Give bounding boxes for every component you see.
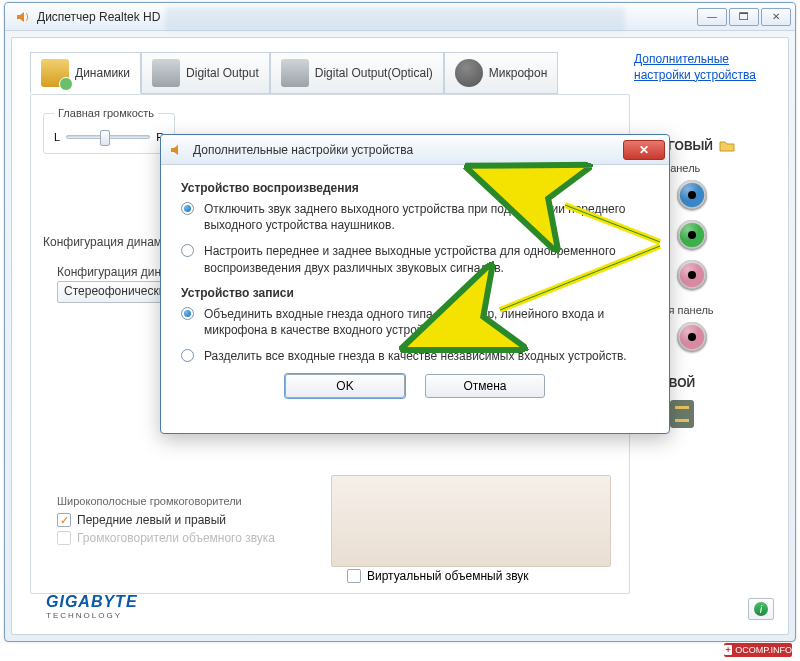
speakers-icon — [41, 59, 69, 87]
device-tabs: Динамики Digital Output Digital Output(O… — [30, 52, 558, 94]
main-volume-legend: Главная громкость — [54, 107, 158, 119]
blurred-overlay — [165, 7, 625, 31]
tab-label: Микрофон — [489, 66, 547, 80]
playback-option-1[interactable]: Отключить звук заднего выходного устройс… — [181, 201, 649, 233]
radio-label: Отключить звук заднего выходного устройс… — [204, 201, 649, 233]
dialog-buttons: OK Отмена — [181, 374, 649, 398]
dialog-body: Устройство воспроизведения Отключить зву… — [161, 165, 669, 412]
dialog-title: Дополнительные настройки устройства — [193, 143, 413, 157]
info-button[interactable]: i — [748, 598, 774, 620]
microphone-icon — [455, 59, 483, 87]
record-section-title: Устройство записи — [181, 286, 649, 300]
checkbox-virtual-surround[interactable] — [347, 569, 361, 583]
window-title: Диспетчер Realtek HD — [37, 10, 160, 24]
watermark-text: OCOMP.INFO — [735, 645, 792, 655]
checkbox-front-lr[interactable]: ✓ — [57, 513, 71, 527]
advanced-settings-link[interactable]: Дополнительные настройки устройства — [634, 52, 764, 83]
speaker-config-section: Конфигурация динамик — [43, 235, 174, 249]
advanced-settings-dialog: Дополнительные настройки устройства ✕ Ус… — [160, 134, 670, 434]
tab-digital-output-optical[interactable]: Digital Output(Optical) — [270, 52, 444, 94]
window-buttons: — 🗖 ✕ — [695, 8, 791, 26]
main-volume-group: Главная громкость L R — [43, 107, 175, 154]
radio-playback-mute-rear[interactable] — [181, 202, 194, 215]
digital-output-icon — [152, 59, 180, 87]
radio-playback-separate[interactable] — [181, 244, 194, 257]
optical-icon — [281, 59, 309, 87]
dialog-close-button[interactable]: ✕ — [623, 140, 665, 160]
playback-option-2[interactable]: Настроить переднее и заднее выходные уст… — [181, 243, 649, 275]
info-icon: i — [754, 602, 768, 616]
virtual-surround-row: Виртуальный объемный звук — [347, 569, 529, 583]
tab-label: Digital Output(Optical) — [315, 66, 433, 80]
maximize-button[interactable]: 🗖 — [729, 8, 759, 26]
balance-slider[interactable] — [66, 135, 150, 139]
speaker-stage-graphic — [331, 475, 611, 567]
checkbox-front-label: Передние левый и правый — [77, 513, 226, 527]
brand-text: GIGABYTE — [46, 593, 138, 610]
speaker-icon — [169, 142, 185, 158]
spdif-icon[interactable] — [670, 400, 694, 428]
brand-subtext: TECHNOLOGY — [46, 611, 138, 620]
jack-front-pink[interactable] — [677, 322, 707, 352]
tab-label: Digital Output — [186, 66, 259, 80]
checkbox-surround-label: Громкоговорители объемного звука — [77, 531, 275, 545]
fullrange-speakers-group: Широкополосные громкоговорители ✓ Передн… — [57, 495, 275, 549]
radio-label: Объединить входные гнезда одного типа, н… — [204, 306, 649, 338]
folder-icon[interactable] — [719, 138, 735, 154]
playback-section-title: Устройство воспроизведения — [181, 181, 649, 195]
watermark-badge: OCOMP.INFO — [724, 643, 792, 657]
record-option-2[interactable]: Разделить все входные гнезда в качестве … — [181, 348, 649, 364]
jack-pink[interactable] — [677, 260, 707, 290]
ok-button[interactable]: OK — [285, 374, 405, 398]
virtual-surround-label: Виртуальный объемный звук — [367, 569, 529, 583]
tab-digital-output[interactable]: Digital Output — [141, 52, 270, 94]
tab-microphone[interactable]: Микрофон — [444, 52, 558, 94]
record-option-1[interactable]: Объединить входные гнезда одного типа, н… — [181, 306, 649, 338]
speaker-icon — [15, 9, 31, 25]
radio-record-merge[interactable] — [181, 307, 194, 320]
balance-left-label: L — [54, 131, 60, 143]
brand-logo: GIGABYTE TECHNOLOGY — [46, 593, 138, 620]
checkbox-row-front: ✓ Передние левый и правый — [57, 513, 275, 527]
tab-speakers[interactable]: Динамики — [30, 52, 141, 94]
cancel-button[interactable]: Отмена — [425, 374, 545, 398]
checkbox-surround — [57, 531, 71, 545]
jack-blue[interactable] — [677, 180, 707, 210]
fullrange-title: Широкополосные громкоговорители — [57, 495, 275, 507]
minimize-button[interactable]: — — [697, 8, 727, 26]
radio-label: Настроить переднее и заднее выходные уст… — [204, 243, 649, 275]
jack-green[interactable] — [677, 220, 707, 250]
dialog-titlebar[interactable]: Дополнительные настройки устройства ✕ — [161, 135, 669, 165]
radio-label: Разделить все входные гнезда в качестве … — [204, 348, 627, 364]
tab-label: Динамики — [75, 66, 130, 80]
radio-record-split[interactable] — [181, 349, 194, 362]
checkbox-row-surround: Громкоговорители объемного звука — [57, 531, 275, 545]
close-button[interactable]: ✕ — [761, 8, 791, 26]
